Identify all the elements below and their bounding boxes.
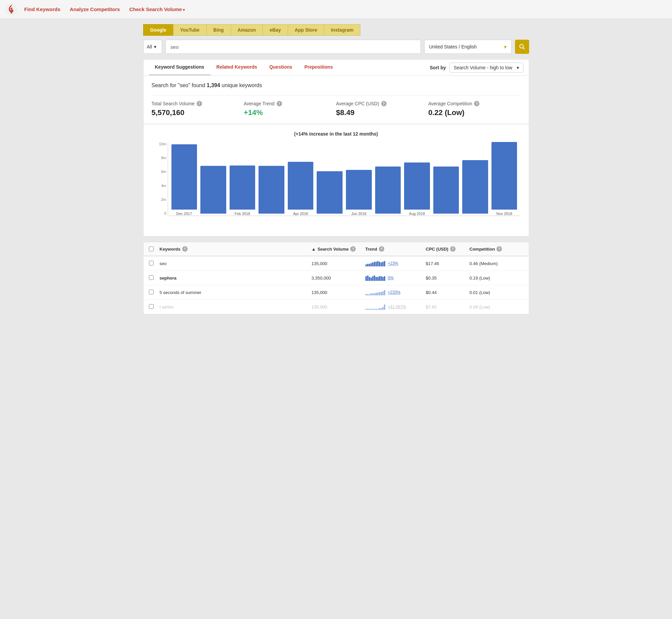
bar-x-label-11: Nov 2018	[497, 212, 512, 216]
nav-find-keywords[interactable]: Find Keywords	[24, 6, 61, 12]
cpc-cell-2: $0.44	[426, 290, 470, 295]
table-row: sephora3,350,0000%$0.350.19 (Low)	[144, 271, 529, 285]
tab-related-keywords[interactable]: Related Keywords	[210, 60, 263, 75]
trend-pct-3[interactable]: +41,567%	[388, 304, 406, 309]
chart-bar-8: Aug 2018	[404, 142, 430, 216]
nav-check-search-volume[interactable]: Check Search Volume	[129, 6, 185, 12]
checkbox-row-1[interactable]	[149, 275, 154, 280]
trend-cell-1: 0%	[365, 275, 426, 281]
row-checkbox-2	[149, 290, 160, 295]
tab-prepositions[interactable]: Prepositions	[298, 60, 339, 75]
info-icon-vol[interactable]: ?	[350, 246, 356, 252]
mini-bar-1-7	[377, 277, 379, 281]
mini-bar-2-1	[367, 294, 368, 295]
mini-bar-0-1	[367, 264, 368, 266]
search-result-prefix: Search for "seo" found	[152, 82, 207, 88]
mini-bar-3-10	[382, 307, 384, 310]
info-icon-comp-col[interactable]: ?	[497, 246, 502, 252]
stat-value-avg-cpc: $8.49	[336, 108, 422, 117]
info-icon-keywords[interactable]: ?	[182, 246, 188, 252]
platform-tabs: Google YouTube Bing Amazon eBay App Stor…	[143, 24, 529, 36]
chart-bar-1	[200, 142, 226, 216]
mini-bars-0	[365, 260, 385, 266]
checkbox-row-3[interactable]	[149, 304, 154, 309]
competition-cell-2: 0.01 (Low)	[470, 290, 523, 295]
stat-avg-cpc: Average CPC (USD) ? $8.49	[336, 101, 429, 117]
sort-select[interactable]: Search Volume - high to low ▾	[449, 63, 523, 73]
tab-questions[interactable]: Questions	[263, 60, 298, 75]
mini-bar-1-0	[365, 276, 367, 281]
info-icon-trend-col[interactable]: ?	[379, 246, 384, 252]
checkbox-row-0[interactable]	[149, 261, 154, 265]
top-nav: Find Keywords Analyze Competitors Check …	[0, 0, 672, 19]
search-input[interactable]	[165, 40, 421, 54]
y-label-4m: 4m	[152, 184, 166, 188]
bar-x-label-2: Feb 2018	[235, 212, 250, 216]
bar-fill-11	[491, 142, 517, 210]
search-result-text: Search for "seo" found 1,394 unique keyw…	[152, 82, 521, 88]
location-arrow: ▾	[504, 44, 507, 50]
mini-bar-0-4	[372, 262, 373, 266]
info-icon-cpc-col[interactable]: ?	[450, 246, 456, 252]
stat-label-avg-competition: Average Competition ?	[428, 101, 514, 106]
mini-bar-3-3	[370, 309, 372, 310]
main-container: Google YouTube Bing Amazon eBay App Stor…	[138, 19, 535, 320]
volume-cell-3: 135,000	[312, 304, 365, 310]
mini-bars-2	[365, 289, 385, 295]
mini-bar-0-3	[370, 263, 372, 266]
stat-label-avg-cpc: Average CPC (USD) ?	[336, 101, 422, 106]
mini-bar-0-9	[381, 262, 382, 266]
bar-fill-4	[288, 162, 314, 210]
volume-cell-2: 135,000	[312, 290, 365, 295]
mini-bar-2-4	[372, 293, 373, 295]
y-axis: 0 2m 4m 6m 8m 10m	[152, 142, 166, 216]
trend-pct-1[interactable]: 0%	[388, 276, 394, 280]
mini-bar-2-9	[381, 292, 382, 295]
mini-bar-0-6	[375, 262, 377, 266]
stat-value-total-volume: 5,570,160	[152, 108, 237, 117]
tab-google[interactable]: Google	[143, 24, 173, 36]
info-icon-competition[interactable]: ?	[474, 101, 479, 106]
mini-bar-2-0	[365, 294, 367, 295]
tab-app-store[interactable]: App Store	[288, 24, 324, 36]
bar-fill-7	[375, 167, 401, 214]
stat-avg-competition: Average Competition ? 0.22 (Low)	[428, 101, 521, 117]
mini-bar-3-8	[379, 308, 380, 310]
mini-bar-1-4	[372, 276, 373, 281]
table-header: Keywords ? ▲ Search Volume ? Trend ? CPC…	[144, 242, 529, 256]
keyword-cell-1: sephora	[160, 276, 312, 281]
info-icon-trend[interactable]: ?	[277, 101, 282, 106]
info-icon-volume[interactable]: ?	[197, 101, 202, 106]
search-type-arrow: ▾	[154, 44, 156, 49]
keyword-count: 1,394	[207, 82, 220, 88]
tab-ebay[interactable]: eBay	[263, 24, 287, 36]
tab-instagram[interactable]: Instagram	[324, 24, 360, 36]
svg-point-1	[10, 7, 12, 10]
mini-bar-3-2	[369, 309, 370, 310]
y-label-8m: 8m	[152, 156, 166, 160]
search-type-select[interactable]: All ▾	[143, 40, 162, 54]
select-all-checkbox[interactable]	[149, 247, 154, 251]
search-result-suffix: unique keywords	[220, 82, 262, 88]
trend-pct-2[interactable]: +233%	[388, 290, 401, 295]
stat-value-avg-trend: +14%	[244, 108, 329, 117]
search-button[interactable]	[515, 40, 529, 54]
tab-amazon[interactable]: Amazon	[231, 24, 263, 36]
chart-bar-10	[462, 142, 488, 216]
mini-bar-1-10	[382, 277, 384, 281]
mini-bar-3-6	[375, 309, 377, 310]
info-icon-cpc[interactable]: ?	[381, 101, 387, 106]
tab-bing[interactable]: Bing	[206, 24, 231, 36]
mini-bar-2-2	[369, 294, 370, 295]
th-checkbox	[149, 247, 160, 251]
tab-keyword-suggestions[interactable]: Keyword Suggestions	[149, 60, 210, 75]
keyword-cell-0: seo	[160, 261, 312, 266]
stat-label-total-volume: Total Search Volume ?	[152, 101, 237, 106]
tab-youtube[interactable]: YouTube	[173, 24, 206, 36]
row-checkbox-3	[149, 304, 160, 310]
trend-pct-0[interactable]: +23%	[388, 261, 398, 266]
location-select[interactable]: United States / English ▾	[424, 40, 512, 54]
nav-analyze-competitors[interactable]: Analyze Competitors	[70, 6, 120, 12]
checkbox-row-2[interactable]	[149, 290, 154, 294]
trend-cell-3: +41,567%	[365, 304, 426, 310]
